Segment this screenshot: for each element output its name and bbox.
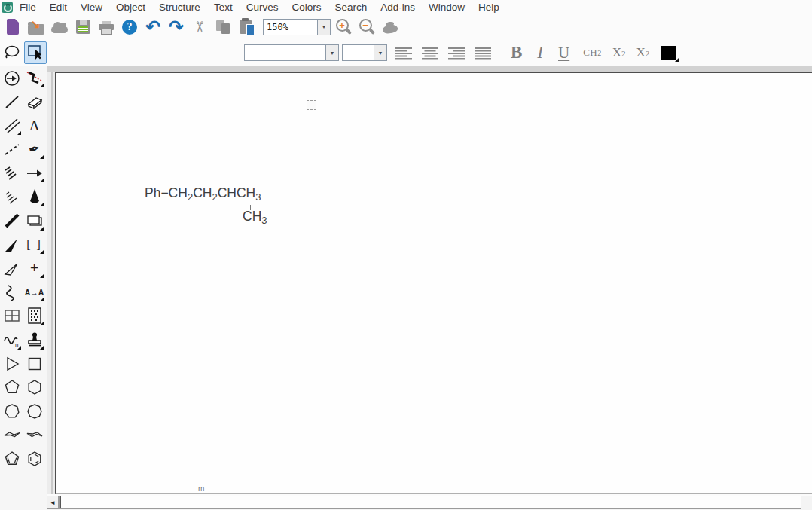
redo-button[interactable]: ↷ — [166, 17, 187, 38]
tool-octagon[interactable] — [24, 401, 44, 421]
tool-table[interactable] — [2, 306, 22, 326]
formula-mode-button[interactable]: CH2 — [583, 47, 602, 59]
tool-draw-chains[interactable] — [24, 68, 44, 88]
underline-button[interactable]: U — [558, 44, 569, 63]
scrollbar-track[interactable] — [59, 496, 801, 509]
subscript-button[interactable]: X2 — [612, 45, 626, 60]
tool-text[interactable]: A — [24, 115, 44, 136]
tool-brackets[interactable]: [ ] — [24, 234, 44, 255]
menu-item-curves[interactable]: Curves — [240, 0, 285, 14]
tool-chair-cyclohexane-1[interactable] — [2, 425, 22, 445]
font-size-combobox[interactable]: ▼ — [342, 44, 387, 61]
stamp-icon — [26, 331, 44, 349]
chemical-structure[interactable]: Ph−CH2CH2CHCH3 CH3 — [145, 185, 261, 203]
menu-item-colors[interactable]: Colors — [285, 0, 328, 14]
cloud-button[interactable] — [49, 17, 70, 38]
cut-button[interactable]: ✂ — [189, 17, 210, 38]
print-icon — [99, 21, 114, 35]
menu-item-object[interactable]: Object — [109, 0, 152, 14]
lasso-select-button[interactable] — [2, 42, 23, 63]
tool-dashed-line[interactable] — [2, 139, 22, 160]
draw-normal-icon — [3, 69, 21, 87]
zoom-out-button[interactable]: − — [356, 17, 377, 38]
tool-bold-line[interactable] — [2, 211, 22, 231]
svg-text:n: n — [15, 341, 18, 348]
open-button[interactable]: ↘ — [26, 17, 47, 38]
scrollbar-thumb[interactable] — [60, 496, 61, 508]
tool-artistic-pen[interactable]: ✒ — [24, 139, 44, 160]
align-center-icon[interactable] — [421, 47, 439, 60]
tool-plus[interactable]: + — [24, 258, 44, 279]
selection-marker[interactable] — [307, 100, 316, 110]
scroll-left-button[interactable]: ◄ — [47, 496, 59, 509]
align-right-icon[interactable] — [447, 47, 466, 60]
triangle-icon — [3, 355, 21, 373]
tool-square[interactable] — [24, 353, 44, 374]
tool-stamp[interactable] — [24, 330, 44, 350]
tool-triangle[interactable] — [2, 353, 22, 374]
tool-hexagon[interactable] — [24, 377, 44, 398]
align-justify-icon[interactable] — [474, 47, 492, 60]
octagon-icon — [26, 402, 44, 420]
tool-hash-bond[interactable] — [2, 163, 22, 183]
square-icon — [26, 355, 44, 373]
lasso-icon — [3, 44, 21, 62]
tool-wedge-filled[interactable] — [2, 234, 22, 255]
align-left-icon[interactable] — [395, 47, 413, 60]
font-dropdown-arrow-icon[interactable]: ▼ — [325, 45, 338, 60]
tool-heptagon[interactable] — [2, 401, 22, 421]
new-document-icon — [7, 19, 19, 35]
zoom-dropdown-arrow-icon[interactable]: ▼ — [317, 20, 330, 35]
menu-item-add-ins[interactable]: Add-ins — [374, 0, 422, 14]
tool-wedge-hollow[interactable] — [2, 258, 22, 279]
menu-item-structure[interactable]: Structure — [152, 0, 207, 14]
pentagon-icon — [3, 378, 21, 396]
polymer-wave-icon: n — [3, 331, 21, 349]
tool-chair-cyclohexane-2[interactable] — [24, 425, 44, 445]
tool-benzene[interactable] — [24, 449, 44, 469]
menu-item-file[interactable]: File — [13, 0, 43, 14]
zoom-combobox[interactable]: 150% ▼ — [263, 19, 331, 35]
new-document-button[interactable] — [2, 17, 23, 38]
undo-button[interactable]: ↶ — [142, 17, 163, 38]
copy-icon — [215, 20, 230, 35]
menu-item-view[interactable]: View — [74, 0, 109, 14]
copy-button[interactable] — [212, 17, 234, 38]
tool-line[interactable] — [2, 92, 22, 112]
menu-item-text[interactable]: Text — [207, 0, 240, 14]
tool-hash-bond-small[interactable] — [2, 187, 22, 207]
bold-button[interactable]: B — [511, 43, 522, 63]
document-page[interactable]: Ph−CH2CH2CHCH3 CH3 m — [55, 72, 812, 494]
menu-item-window[interactable]: Window — [422, 0, 472, 14]
color-swatch-button[interactable] — [661, 46, 676, 60]
tool-wedge-bond[interactable] — [24, 187, 44, 207]
zoom-in-button[interactable]: + — [333, 17, 354, 38]
redo-icon: ↷ — [169, 18, 184, 36]
print-button[interactable] — [96, 17, 117, 38]
save-button[interactable] — [72, 17, 93, 38]
tool-cyclopentadiene[interactable] — [2, 449, 22, 469]
tool-polymer-wave[interactable]: n — [2, 330, 22, 350]
paste-button[interactable] — [236, 17, 257, 38]
tool-replace-text[interactable]: A→A — [24, 282, 44, 302]
help-button[interactable]: ? — [119, 17, 140, 38]
main-toolbar: ↘ ? ↶ ↷ ✂ 150% ▼ + − — [0, 14, 812, 39]
tool-rectangle-3d[interactable] — [24, 211, 44, 231]
size-dropdown-arrow-icon[interactable]: ▼ — [374, 45, 386, 60]
menu-item-search[interactable]: Search — [328, 0, 374, 14]
tool-eraser[interactable] — [24, 92, 44, 112]
tool-draw-normal[interactable] — [2, 68, 22, 88]
menu-item-help[interactable]: Help — [472, 0, 506, 14]
font-family-combobox[interactable]: ▼ — [244, 44, 339, 61]
rectangle-select-button[interactable] — [24, 41, 47, 64]
tool-pentagon[interactable] — [2, 377, 22, 398]
tool-dotted-table[interactable] — [24, 306, 44, 326]
table-icon — [3, 307, 21, 325]
menu-item-edit[interactable]: Edit — [43, 0, 74, 14]
tool-arrow[interactable] — [24, 163, 44, 183]
tool-double-line[interactable] — [2, 115, 22, 136]
templates-button[interactable] — [380, 17, 401, 38]
tool-squiggle[interactable] — [2, 282, 22, 302]
superscript-button[interactable]: X2 — [636, 45, 650, 60]
italic-button[interactable]: I — [537, 43, 543, 63]
